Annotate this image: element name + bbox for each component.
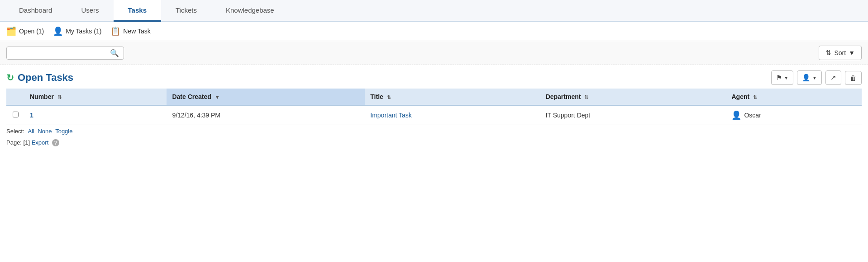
tab-knowledgebase[interactable]: Knowledgebase	[211, 0, 289, 22]
row-number-cell: 1	[24, 105, 167, 125]
assign-caret-icon: ▼	[812, 75, 817, 80]
sub-nav: 🗂️ Open (1) 👤 My Tasks (1) 📋 New Task	[0, 22, 868, 41]
department-sort-icon: ⇅	[584, 94, 588, 100]
table-body: 1 9/12/16, 4:39 PM Important Task IT Sup…	[6, 105, 862, 125]
new-task-nav[interactable]: 📋 New Task	[110, 26, 150, 36]
col-agent[interactable]: Agent ⇅	[726, 89, 862, 105]
table-wrap: Number ⇅ Date Created ▼ Title ⇅ Departme…	[0, 89, 868, 125]
sort-icon: ⇅	[825, 49, 831, 57]
flag-button[interactable]: ⚑ ▼	[771, 70, 793, 85]
row-checkbox-cell[interactable]	[6, 105, 24, 125]
open-tasks-icon: 🗂️	[6, 26, 16, 36]
table-row: 1 9/12/16, 4:39 PM Important Task IT Sup…	[6, 105, 862, 125]
col-checkbox	[6, 89, 24, 105]
col-department[interactable]: Department ⇅	[540, 89, 726, 105]
tab-dashboard[interactable]: Dashboard	[5, 0, 67, 22]
tasks-header: ↻ Open Tasks ⚑ ▼ 👤 ▼ ↗ 🗑	[0, 65, 868, 89]
sort-button[interactable]: ⇅ Sort ▼	[819, 46, 862, 60]
row-date-cell: 9/12/16, 4:39 PM	[167, 105, 365, 125]
select-line: Select: All None Toggle	[0, 125, 868, 137]
flag-icon: ⚑	[776, 74, 782, 82]
page-number: [1]	[24, 139, 30, 146]
sort-caret-icon: ▼	[849, 49, 855, 56]
search-input-wrap: 🔍	[6, 47, 124, 60]
row-checkbox[interactable]	[13, 112, 19, 117]
row-department-cell: IT Support Dept	[540, 105, 726, 125]
delete-button[interactable]: 🗑	[845, 71, 862, 85]
agent-icon: 👤	[731, 110, 741, 120]
sort-label: Sort	[834, 49, 846, 56]
search-input[interactable]	[10, 49, 109, 56]
refresh-icon[interactable]: ↻	[6, 72, 14, 83]
search-bar: 🔍 ⇅ Sort ▼	[0, 41, 868, 65]
tasks-title: ↻ Open Tasks	[6, 72, 73, 84]
flag-caret-icon: ▼	[784, 75, 788, 80]
tab-bar: Dashboard Users Tasks Tickets Knowledgeb…	[0, 0, 868, 22]
my-tasks-icon: 👤	[53, 26, 63, 36]
select-none-link[interactable]: None	[38, 128, 52, 135]
agent-name: Oscar	[744, 112, 761, 119]
task-title-link[interactable]: Important Task	[370, 112, 412, 119]
task-number-link[interactable]: 1	[30, 112, 33, 119]
my-tasks-nav[interactable]: 👤 My Tasks (1)	[53, 26, 101, 36]
col-date-created[interactable]: Date Created ▼	[167, 89, 365, 105]
page-label: Page:	[6, 139, 22, 146]
export-action-button[interactable]: ↗	[825, 70, 841, 85]
help-icon[interactable]: ?	[52, 139, 59, 146]
export-link[interactable]: Export	[32, 139, 49, 146]
tab-tasks[interactable]: Tasks	[114, 0, 161, 22]
tasks-title-text: Open Tasks	[18, 72, 73, 84]
col-number[interactable]: Number ⇅	[24, 89, 167, 105]
agent-sort-icon: ⇅	[753, 94, 757, 100]
tasks-table: Number ⇅ Date Created ▼ Title ⇅ Departme…	[6, 89, 862, 125]
title-sort-icon: ⇅	[387, 94, 391, 100]
col-title[interactable]: Title ⇅	[365, 89, 540, 105]
tab-users[interactable]: Users	[67, 0, 113, 22]
open-tasks-label: Open (1)	[19, 28, 44, 35]
tasks-actions: ⚑ ▼ 👤 ▼ ↗ 🗑	[771, 70, 862, 85]
new-task-icon: 📋	[110, 26, 120, 36]
row-agent-cell: 👤 Oscar	[726, 105, 862, 125]
search-icon[interactable]: 🔍	[109, 49, 120, 57]
select-toggle-link[interactable]: Toggle	[55, 128, 72, 135]
tab-tickets[interactable]: Tickets	[161, 0, 211, 22]
date-sort-icon: ▼	[215, 94, 220, 100]
open-tasks-nav[interactable]: 🗂️ Open (1)	[6, 26, 44, 36]
new-task-label: New Task	[123, 28, 150, 35]
my-tasks-label: My Tasks (1)	[66, 28, 101, 35]
row-department: IT Support Dept	[546, 112, 591, 119]
export-icon: ↗	[830, 74, 836, 82]
row-title-cell: Important Task	[365, 105, 540, 125]
select-all-link[interactable]: All	[28, 128, 34, 135]
table-header: Number ⇅ Date Created ▼ Title ⇅ Departme…	[6, 89, 862, 105]
select-label: Select:	[6, 128, 24, 135]
person-icon: 👤	[802, 74, 811, 82]
page-line: Page: [1] Export ?	[0, 137, 868, 148]
number-sort-icon: ⇅	[57, 94, 62, 100]
assign-button[interactable]: 👤 ▼	[797, 70, 822, 85]
row-date: 9/12/16, 4:39 PM	[172, 112, 220, 119]
trash-icon: 🗑	[850, 74, 857, 82]
